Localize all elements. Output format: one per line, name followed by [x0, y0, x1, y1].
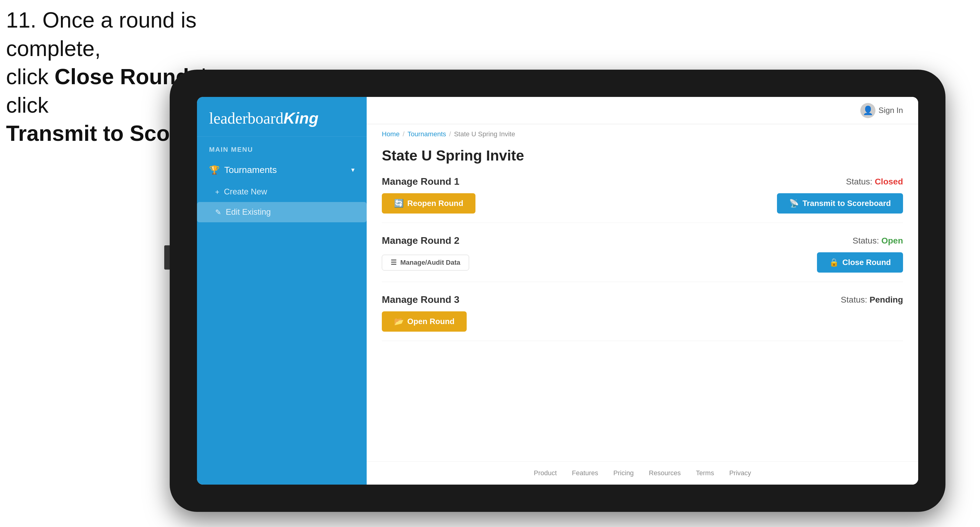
menu-label: MAIN MENU: [197, 137, 367, 158]
close-round-button[interactable]: 🔒 Close Round: [817, 252, 903, 273]
round-1-header: Manage Round 1 Status: Closed: [382, 176, 903, 187]
open-round-button[interactable]: 📂 Open Round: [382, 311, 467, 332]
round-2-section: Manage Round 2 Status: Open ☰ Manage/Aud…: [382, 235, 903, 282]
round-2-status-value: Open: [881, 236, 903, 245]
footer-terms[interactable]: Terms: [696, 469, 714, 477]
footer-features[interactable]: Features: [572, 469, 598, 477]
footer-pricing[interactable]: Pricing: [613, 469, 634, 477]
logo-suffix: King: [283, 110, 318, 127]
round-3-header: Manage Round 3 Status: Pending: [382, 294, 903, 305]
reopen-round-label: Reopen Round: [407, 199, 463, 208]
page-title: State U Spring Invite: [382, 147, 903, 164]
breadcrumb-home[interactable]: Home: [382, 130, 400, 138]
round-1-section: Manage Round 1 Status: Closed 🔄 Reopen R…: [382, 176, 903, 223]
manage-audit-button[interactable]: ☰ Manage/Audit Data: [382, 255, 469, 270]
footer-resources[interactable]: Resources: [649, 469, 681, 477]
round-2-header: Manage Round 2 Status: Open: [382, 235, 903, 246]
open-icon: 📂: [394, 317, 404, 326]
transmit-scoreboard-label: Transmit to Scoreboard: [802, 199, 891, 208]
round-3-title: Manage Round 3: [382, 294, 460, 305]
footer-privacy[interactable]: Privacy: [729, 469, 751, 477]
sidebar-tournaments-label: Tournaments: [224, 165, 351, 175]
round-1-actions: 🔄 Reopen Round 📡 Transmit to Scoreboard: [382, 193, 903, 214]
breadcrumb-current: State U Spring Invite: [454, 130, 515, 138]
manage-audit-label: Manage/Audit Data: [400, 259, 460, 267]
sidebar-item-edit-existing[interactable]: ✎ Edit Existing: [197, 202, 367, 222]
round-1-status: Status: Closed: [846, 177, 903, 187]
logo-prefix: leaderboard: [209, 110, 283, 127]
round-3-status: Status: Pending: [841, 295, 903, 305]
edit-existing-label: Edit Existing: [226, 208, 271, 217]
round-2-title: Manage Round 2: [382, 235, 460, 246]
app-layout: leaderboardKing MAIN MENU 🏆 Tournaments …: [197, 97, 918, 484]
sidebar: leaderboardKing MAIN MENU 🏆 Tournaments …: [197, 97, 367, 484]
chevron-down-icon: ▾: [351, 166, 355, 174]
side-button: [164, 245, 170, 270]
breadcrumb-sep-1: /: [403, 130, 404, 138]
sign-in-label: Sign In: [878, 106, 903, 115]
round-3-status-value: Pending: [870, 295, 903, 305]
breadcrumb-tournaments[interactable]: Tournaments: [407, 130, 446, 138]
main-content: 👤 Sign In Home / Tournaments / State U S…: [367, 97, 918, 484]
edit-icon: ✎: [215, 208, 221, 217]
footer: Product Features Pricing Resources Terms…: [367, 461, 918, 484]
page-content: State U Spring Invite Manage Round 1 Sta…: [367, 141, 918, 461]
sidebar-item-create-new[interactable]: + Create New: [197, 182, 367, 202]
trophy-icon: 🏆: [209, 165, 220, 175]
close-icon: 🔒: [829, 258, 839, 267]
round-2-actions: ☰ Manage/Audit Data 🔒 Close Round: [382, 252, 903, 273]
open-round-label: Open Round: [407, 317, 455, 326]
tablet-screen: leaderboardKing MAIN MENU 🏆 Tournaments …: [197, 97, 918, 484]
sidebar-item-tournaments[interactable]: 🏆 Tournaments ▾: [197, 158, 367, 182]
round-1-status-value: Closed: [875, 177, 903, 186]
breadcrumb: Home / Tournaments / State U Spring Invi…: [367, 124, 918, 141]
reopen-icon: 🔄: [394, 199, 404, 208]
round-1-title: Manage Round 1: [382, 176, 460, 187]
breadcrumb-sep-2: /: [449, 130, 451, 138]
audit-icon: ☰: [391, 259, 397, 267]
sign-in-button[interactable]: 👤 Sign In: [860, 103, 903, 118]
user-avatar: 👤: [860, 103, 875, 118]
logo: leaderboardKing: [197, 97, 367, 137]
header-bar: 👤 Sign In: [367, 97, 918, 124]
round-3-section: Manage Round 3 Status: Pending 📂 Open Ro…: [382, 294, 903, 341]
reopen-round-button[interactable]: 🔄 Reopen Round: [382, 193, 476, 214]
transmit-icon: 📡: [789, 199, 799, 208]
plus-icon: +: [215, 188, 220, 196]
tablet-frame: leaderboardKing MAIN MENU 🏆 Tournaments …: [170, 70, 945, 512]
close-round-label: Close Round: [842, 258, 891, 267]
round-2-status: Status: Open: [853, 236, 903, 246]
create-new-label: Create New: [224, 187, 267, 197]
round-3-actions: 📂 Open Round: [382, 311, 903, 332]
footer-product[interactable]: Product: [534, 469, 557, 477]
transmit-scoreboard-button[interactable]: 📡 Transmit to Scoreboard: [777, 193, 903, 214]
